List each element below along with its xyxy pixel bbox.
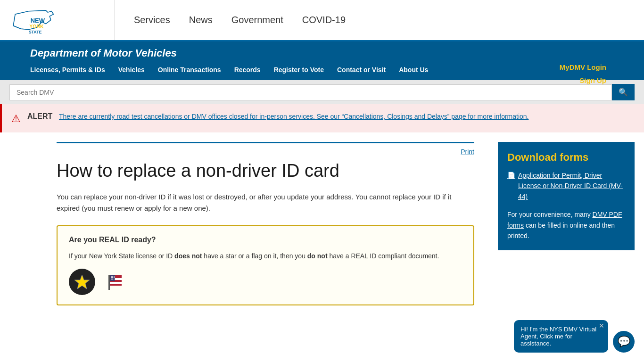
star-icon bbox=[74, 273, 91, 290]
svg-point-12 bbox=[112, 276, 113, 277]
us-flag-icon bbox=[106, 270, 130, 294]
dmv-nav-online-transactions[interactable]: Online Transactions bbox=[158, 59, 230, 80]
page-body: Print How to replace a non-driver ID car… bbox=[0, 132, 488, 320]
page-intro: You can replace your non-driver ID if it… bbox=[57, 191, 474, 214]
svg-marker-3 bbox=[74, 275, 90, 289]
alert-banner: ⚠ ALERT There are currently road test ca… bbox=[0, 104, 644, 132]
svg-rect-9 bbox=[110, 284, 122, 286]
dmv-nav-contact[interactable]: Contact or Visit bbox=[337, 59, 394, 80]
nav-news[interactable]: News bbox=[189, 15, 213, 25]
alert-text[interactable]: There are currently road test cancellati… bbox=[59, 113, 529, 120]
svg-point-17 bbox=[111, 279, 112, 280]
svg-point-11 bbox=[111, 276, 112, 277]
top-nav-links: Services News Government COVID-19 bbox=[115, 15, 346, 25]
page-title: How to replace a non-driver ID card bbox=[57, 160, 474, 182]
svg-point-19 bbox=[114, 279, 115, 280]
dmv-nav-about-us[interactable]: About Us bbox=[399, 59, 437, 80]
logo-area: NEW YORK STATE bbox=[0, 0, 115, 40]
svg-point-13 bbox=[114, 276, 115, 277]
alert-label: ALERT bbox=[27, 112, 52, 120]
nav-services[interactable]: Services bbox=[134, 15, 170, 25]
dmv-nav-records[interactable]: Records bbox=[234, 59, 269, 80]
real-id-icons bbox=[69, 269, 462, 295]
flag-icon-wrap bbox=[105, 269, 131, 295]
nav-government[interactable]: Government bbox=[231, 15, 283, 25]
alert-content: ALERT There are currently road test canc… bbox=[27, 112, 529, 122]
real-id-text: If your New York State license or ID doe… bbox=[69, 251, 462, 261]
real-id-title: Are you REAL ID ready? bbox=[69, 236, 462, 244]
extra-text-1: For your convenience, many bbox=[507, 211, 593, 218]
svg-point-15 bbox=[112, 277, 113, 278]
alert-icon: ⚠ bbox=[11, 113, 21, 125]
svg-text:STATE: STATE bbox=[29, 30, 42, 33]
dmv-nav-licenses[interactable]: Licenses, Permits & IDs bbox=[30, 59, 114, 80]
nys-logo: NEW YORK STATE bbox=[9, 7, 71, 33]
dmv-header: Department of Motor Vehicles Licenses, P… bbox=[0, 41, 644, 80]
svg-point-16 bbox=[114, 277, 115, 278]
search-button[interactable]: 🔍 bbox=[612, 84, 635, 100]
svg-rect-8 bbox=[110, 282, 122, 284]
download-forms-box: Download forms 📄 Application for Permit,… bbox=[498, 142, 635, 250]
top-navigation: NEW YORK STATE Services News Government … bbox=[0, 0, 644, 41]
sign-up-link[interactable]: Sign Up bbox=[579, 76, 606, 84]
form-link-text[interactable]: Application for Permit, Driver License o… bbox=[518, 170, 625, 202]
search-input[interactable] bbox=[9, 84, 612, 100]
star-icon-wrap bbox=[69, 269, 95, 295]
real-id-box: Are you REAL ID ready? If your New York … bbox=[57, 225, 474, 305]
download-forms-link[interactable]: 📄 Application for Permit, Driver License… bbox=[507, 170, 625, 202]
svg-text:NEW: NEW bbox=[31, 17, 45, 24]
svg-point-18 bbox=[112, 279, 113, 280]
mydmv-login-link[interactable]: MyDMV Login bbox=[560, 63, 606, 71]
pdf-icon: 📄 bbox=[507, 170, 515, 181]
download-forms-extra: For your convenience, many DMV PDF forms… bbox=[507, 209, 625, 241]
page-body-border bbox=[57, 142, 474, 143]
dmv-nav-register-to-vote[interactable]: Register to Vote bbox=[274, 59, 332, 80]
svg-text:YORK: YORK bbox=[29, 24, 44, 29]
main-content: Print How to replace a non-driver ID car… bbox=[0, 132, 644, 320]
bold-does-not: does not bbox=[174, 252, 202, 260]
search-bar: 🔍 bbox=[0, 80, 644, 104]
download-forms-title: Download forms bbox=[507, 151, 625, 164]
print-link[interactable]: Print bbox=[57, 148, 474, 156]
dmv-nav-vehicles[interactable]: Vehicles bbox=[118, 59, 153, 80]
dmv-title: Department of Motor Vehicles bbox=[9, 41, 635, 59]
svg-rect-4 bbox=[108, 275, 110, 290]
dmv-nav: Licenses, Permits & IDs Vehicles Online … bbox=[9, 59, 635, 80]
bold-do-not: do not bbox=[307, 252, 328, 260]
sidebar: Download forms 📄 Application for Permit,… bbox=[488, 132, 644, 320]
svg-point-14 bbox=[111, 277, 112, 278]
extra-text-2: can be filled in online and then printed… bbox=[507, 222, 615, 239]
nav-covid19[interactable]: COVID-19 bbox=[302, 15, 346, 25]
